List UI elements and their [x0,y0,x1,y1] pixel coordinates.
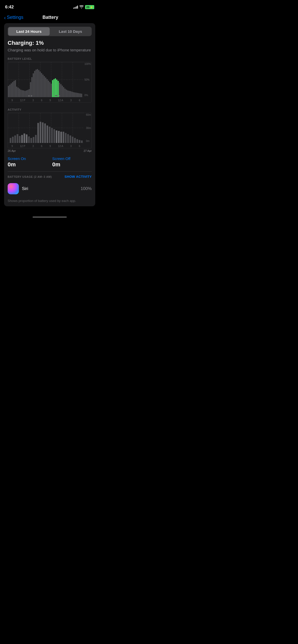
battery-indicator: 23 ⚡ [85,5,94,9]
tab-10d[interactable]: Last 10 Days [50,27,91,36]
tab-24h[interactable]: Last 24 Hours [8,27,50,36]
battery-level-label: BATTERY LEVEL [8,57,92,60]
svg-rect-99 [72,137,73,143]
svg-rect-79 [26,135,27,143]
status-time: 6:42 [5,5,14,10]
svg-rect-94 [60,132,62,143]
screen-off-label: Screen Off [52,156,92,161]
svg-rect-88 [47,125,48,143]
svg-rect-58 [75,93,77,97]
charging-title: Charging: 1% [8,40,92,46]
show-activity-button[interactable]: SHOW ACTIVITY [64,175,92,179]
svg-rect-93 [58,131,60,143]
activity-chart-svg [8,113,84,143]
svg-rect-33 [41,73,42,97]
screen-stats: Screen On 0m Screen Off 0m [4,154,95,171]
svg-rect-56 [73,92,74,97]
svg-rect-82 [33,137,34,143]
footer-note: Shows proportion of battery used by each… [4,197,95,206]
svg-rect-61 [80,93,81,97]
screen-on-label: Screen On [8,156,47,161]
svg-rect-34 [42,75,44,97]
svg-rect-76 [19,136,20,143]
svg-rect-50 [64,89,66,97]
svg-rect-92 [56,130,57,143]
svg-rect-19 [22,90,23,97]
main-card: Last 24 Hours Last 10 Days Charging: 1% … [4,23,95,206]
svg-rect-53 [69,91,70,97]
svg-rect-72 [10,138,11,143]
battery-level-section: BATTERY LEVEL [4,55,95,103]
svg-rect-49 [63,87,64,97]
svg-rect-12 [12,82,13,97]
svg-rect-51 [66,90,67,97]
svg-rect-77 [21,135,23,143]
svg-rect-86 [42,122,44,143]
svg-rect-95 [63,132,64,143]
svg-rect-60 [78,93,79,97]
svg-rect-31 [38,70,39,97]
svg-rect-44 [56,80,58,97]
svg-rect-45 [58,81,59,97]
svg-rect-62 [81,94,82,97]
svg-rect-37 [47,79,48,97]
svg-rect-17 [19,89,20,97]
activity-x-labels: 9 12 P 3 6 9 12 A 3 6 [8,145,84,148]
svg-rect-40 [51,84,52,97]
svg-rect-96 [65,133,66,143]
charging-bolt-icon: ⚡ [90,6,93,9]
svg-rect-41 [52,80,53,97]
svg-rect-27 [33,73,34,97]
battery-y-labels: 100% 50% 0% [84,62,91,97]
charging-section: Charging: 1% Charging was on hold due to… [4,36,95,55]
battery-level-chart: 100% 50% 0% 9 12 P 3 6 [8,62,92,103]
svg-rect-102 [79,140,80,143]
svg-rect-83 [35,135,37,143]
battery-x-labels: 9 12 P 3 6 9 12 A 3 6 [8,99,84,102]
svg-rect-98 [70,136,71,143]
svg-rect-103 [81,140,83,143]
svg-rect-30 [37,69,38,97]
nav-bar: ‹ Settings Battery [0,13,99,23]
sleep-dots [28,95,32,97]
svg-rect-59 [77,93,78,97]
svg-rect-36 [45,78,46,97]
activity-chart: 60m 30m 0m 9 12 P 3 6 9 12 A 3 6 [8,113,92,148]
scroll-content: Last 24 Hours Last 10 Days Charging: 1% … [0,23,99,212]
svg-rect-20 [23,90,24,97]
signal-icon [73,6,78,9]
svg-rect-35 [44,76,45,97]
screen-off-stat: Screen Off 0m [52,156,92,168]
svg-rect-52 [67,90,69,97]
svg-rect-57 [74,92,75,97]
svg-rect-10 [9,85,10,97]
date-row: 26 Apr 27 Apr [8,148,92,154]
svg-rect-42 [53,79,55,97]
home-indicator [0,212,99,220]
screen-on-value: 0m [8,161,47,168]
activity-y-labels: 60m 30m 0m [86,113,91,143]
svg-rect-90 [51,128,53,143]
battery-chart-svg [8,62,84,97]
svg-rect-15 [16,87,18,97]
app-row-siri[interactable]: Siri 100% [4,181,95,197]
svg-rect-38 [48,81,49,97]
usage-header: BATTERY USAGE (2 AM–3 AM) SHOW ACTIVITY [4,172,95,181]
svg-rect-87 [44,123,46,143]
svg-rect-78 [23,134,25,143]
svg-rect-75 [17,134,18,143]
svg-rect-26 [31,77,33,97]
activity-section: ACTIVITY [4,106,95,154]
svg-rect-13 [13,81,15,97]
date-label-2: 27 Apr [84,149,92,152]
date-label-1: 26 Apr [8,149,16,152]
svg-rect-85 [40,122,41,143]
svg-rect-39 [49,82,51,97]
page-title: Battery [6,15,95,20]
svg-rect-48 [62,86,63,97]
svg-rect-100 [74,138,76,143]
screen-off-value: 0m [52,161,92,168]
charging-subtitle: Charging was on hold due to iPhone tempe… [8,47,92,53]
svg-rect-28 [34,71,35,97]
usage-header-label: BATTERY USAGE (2 AM–3 AM) [8,175,52,178]
